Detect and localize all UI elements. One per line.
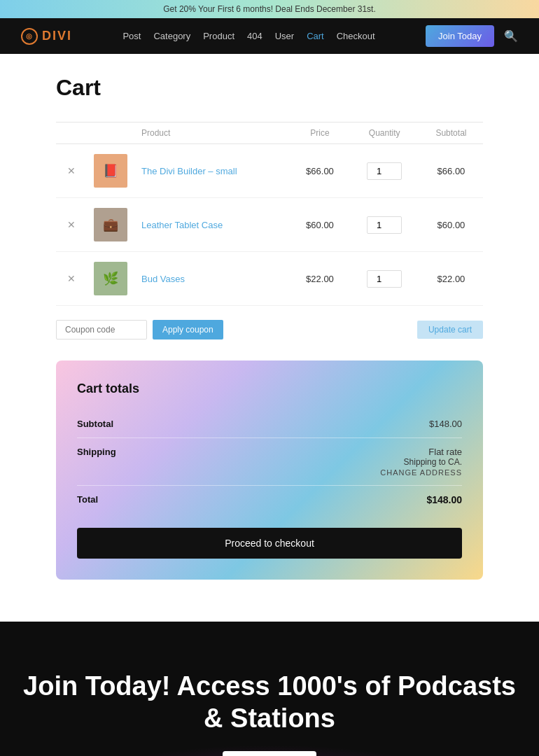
subtotal-row: Subtotal $148.00: [77, 410, 462, 438]
checkout-button[interactable]: Proceed to checkout: [77, 528, 462, 559]
quantity-input[interactable]: [367, 270, 402, 288]
remove-item-button[interactable]: ✕: [63, 165, 80, 176]
update-cart-button[interactable]: Update cart: [417, 321, 483, 339]
col-subtotal: Subtotal: [419, 122, 483, 144]
footer-cta: Join Today! Access 1000's of Podcasts & …: [0, 622, 539, 756]
product-price: $66.00: [290, 144, 350, 198]
banner-text: Get 20% Your First 6 months! Deal Ends D…: [163, 4, 375, 14]
join-button[interactable]: Join Today: [426, 25, 494, 47]
total-label: Total: [77, 494, 98, 505]
nav-cart[interactable]: Cart: [307, 31, 324, 41]
coupon-input[interactable]: [56, 320, 147, 340]
col-price: Price: [290, 122, 350, 144]
nav-post[interactable]: Post: [122, 31, 141, 41]
signup-button[interactable]: Sign up now: [223, 751, 316, 756]
nav-checkout[interactable]: Checkout: [337, 31, 375, 41]
main-content: Cart Product Price Quantity Subtotal ✕ 📕…: [0, 54, 539, 622]
nav-404[interactable]: 404: [247, 31, 262, 41]
product-price: $60.00: [290, 198, 350, 252]
change-address[interactable]: CHANGE ADDRESS: [380, 468, 462, 477]
cart-actions: Apply coupon Update cart: [56, 320, 483, 340]
coupon-area: Apply coupon: [56, 320, 223, 340]
product-thumbnail: 🌿: [94, 262, 127, 295]
subtotal-label: Subtotal: [77, 419, 113, 429]
col-product: Product: [134, 122, 290, 144]
page-title: Cart: [56, 75, 483, 101]
quantity-input[interactable]: [367, 162, 402, 180]
header: ◎ DIVI Post Category Product 404 User Ca…: [0, 18, 539, 54]
subtotal-value: $148.00: [429, 419, 462, 429]
header-right: Join Today 🔍: [426, 25, 518, 47]
flat-rate: Flat rate: [380, 447, 462, 457]
col-qty: Quantity: [349, 122, 419, 144]
remove-item-button[interactable]: ✕: [63, 273, 80, 284]
product-thumbnail: 💼: [94, 208, 127, 241]
logo-icon: ◎: [21, 28, 38, 45]
apply-coupon-button[interactable]: Apply coupon: [153, 320, 223, 340]
product-name[interactable]: Bud Vases: [141, 274, 185, 284]
header-logo: ◎ DIVI: [21, 28, 72, 45]
table-row: ✕ 📕 The Divi Builder – small $66.00 $66.…: [56, 144, 483, 198]
product-thumbnail: 📕: [94, 154, 127, 188]
cart-totals: Cart totals Subtotal $148.00 Shipping Fl…: [56, 360, 483, 580]
shipping-label: Shipping: [77, 447, 116, 477]
top-banner: Get 20% Your First 6 months! Deal Ends D…: [0, 0, 539, 18]
shipping-to: Shipping to CA.: [380, 457, 462, 467]
product-name[interactable]: The Divi Builder – small: [141, 166, 237, 176]
remove-item-button[interactable]: ✕: [63, 219, 80, 230]
table-row: ✕ 💼 Leather Tablet Case $60.00 $60.00: [56, 198, 483, 252]
product-subtotal: $60.00: [419, 198, 483, 252]
product-subtotal: $66.00: [419, 144, 483, 198]
cart-table: Product Price Quantity Subtotal ✕ 📕 The …: [56, 122, 483, 306]
logo-text: DIVI: [42, 29, 72, 43]
nav-user[interactable]: User: [275, 31, 294, 41]
header-nav: Post Category Product 404 User Cart Chec…: [122, 31, 374, 41]
nav-category[interactable]: Category: [153, 31, 190, 41]
shipping-row: Shipping Flat rate Shipping to CA. CHANG…: [77, 438, 462, 486]
cart-totals-title: Cart totals: [77, 382, 462, 396]
nav-product[interactable]: Product: [203, 31, 234, 41]
product-subtotal: $22.00: [419, 252, 483, 306]
search-icon[interactable]: 🔍: [504, 29, 518, 43]
total-row: Total $148.00: [77, 486, 462, 514]
quantity-input[interactable]: [367, 216, 402, 234]
footer-cta-headline: Join Today! Access 1000's of Podcasts & …: [21, 671, 518, 734]
shipping-value: Flat rate Shipping to CA. CHANGE ADDRESS: [380, 447, 462, 477]
product-name[interactable]: Leather Tablet Case: [141, 220, 223, 230]
product-price: $22.00: [290, 252, 350, 306]
total-value: $148.00: [426, 494, 462, 505]
table-row: ✕ 🌿 Bud Vases $22.00 $22.00: [56, 252, 483, 306]
